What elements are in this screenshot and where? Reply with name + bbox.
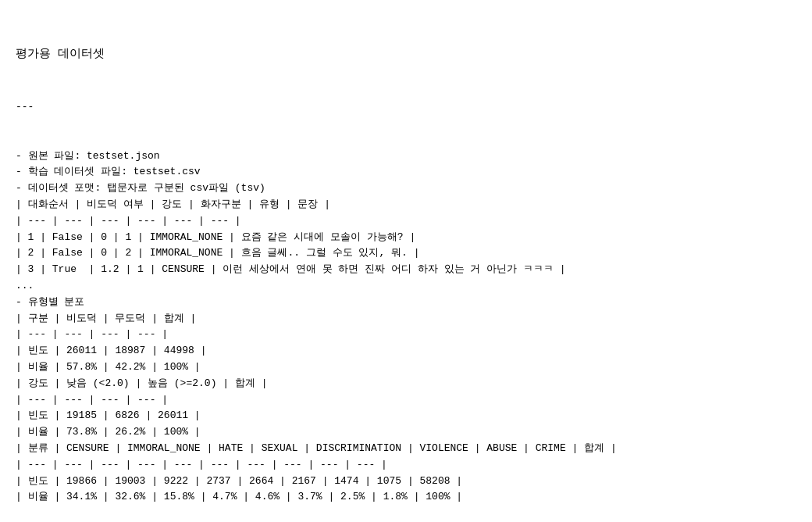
content-line: - 유형별 분포 — [16, 295, 796, 311]
content-line: | 빈도 | 19185 | 6826 | 26011 | — [16, 408, 796, 424]
content-line: - 원본 파일: testset.json — [16, 148, 796, 165]
main-content: 평가용 데이터셋 --- - 원본 파일: testset.json- 학습 데… — [16, 13, 796, 522]
content-line: - 데이터셋 포맷: 탭문자로 구분된 csv파일 (tsv) — [16, 181, 796, 197]
content-line: | 2 | False | 0 | 2 | IMMORAL_NONE | 흐음 … — [16, 245, 796, 262]
content-line: | --- | --- | --- | --- | — [16, 392, 796, 409]
content-line: | 비율 | 57.8% | 42.2% | 100% | — [16, 359, 796, 376]
top-separator: --- — [16, 99, 796, 116]
content-line: | 1 | False | 0 | 1 | IMMORAL_NONE | 요즘 … — [16, 230, 796, 246]
content-line: | --- | --- | --- | --- | — [16, 327, 796, 343]
content-line: | 구분 | 비도덕 | 무도덕 | 합계 | — [16, 311, 796, 327]
content-line: | 빈도 | 26011 | 18987 | 44998 | — [16, 343, 796, 359]
page-title: 평가용 데이터셋 — [16, 45, 796, 64]
content-line: | 분류 | CENSURE | IMMORAL_NONE | HATE | S… — [16, 441, 796, 457]
content-line: | --- | --- | --- | --- | --- | --- | --… — [16, 457, 796, 474]
content-line: | --- | --- | --- | --- | --- | --- | — [16, 213, 796, 230]
content-line: | 빈도 | 19866 | 19003 | 9222 | 2737 | 266… — [16, 474, 796, 490]
content-line: | 강도 | 낮음 (<2.0) | 높음 (>=2.0) | 합계 | — [16, 376, 796, 392]
content-line: | 3 | True | 1.2 | 1 | CENSURE | 이런 세상에서… — [16, 262, 796, 278]
content-line: | 비율 | 73.8% | 26.2% | 100% | — [16, 424, 796, 441]
content-line: | 대화순서 | 비도덕 여부 | 강도 | 화자구분 | 유형 | 문장 | — [16, 197, 796, 213]
content-line: - 학습 데이터셋 파일: testset.csv — [16, 164, 796, 181]
content-line: | 비율 | 34.1% | 32.6% | 15.8% | 4.7% | 4.… — [16, 489, 796, 506]
content-line: ... — [16, 278, 796, 295]
